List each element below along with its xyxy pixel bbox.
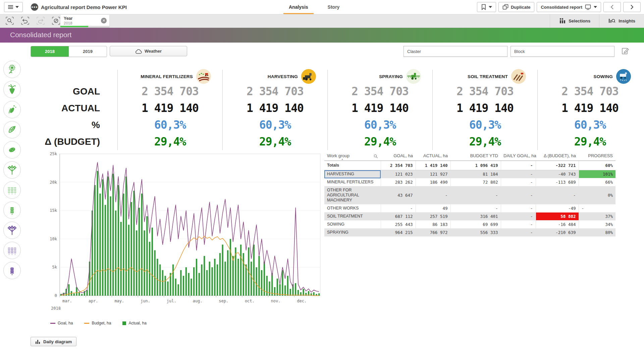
cell-work-group[interactable]: OTHER FOR AGRICULTURAL MACHINERY (324, 186, 381, 204)
tab-story[interactable]: Story (322, 0, 345, 14)
cell-budget-ytd: - (450, 186, 501, 204)
search-icon[interactable] (373, 154, 378, 159)
cell-daily-goal: - (501, 229, 536, 237)
next-sheet-button[interactable] (623, 2, 641, 12)
kpi-card-harvesting: HARVESTING 2 354 703 1 419 140 60,3% 29,… (222, 70, 327, 150)
weather-button[interactable]: Weather (110, 46, 187, 56)
clear-selections-icon[interactable] (52, 16, 60, 25)
crop-filter-rapeseed-purple[interactable] (3, 222, 21, 239)
kpi-delta-value: 29,4% (118, 133, 222, 150)
table-row-spraying[interactable]: SPRAYING964 215766 972556 333--210 63980… (324, 229, 615, 237)
edit-selection-icon[interactable] (622, 47, 629, 55)
cell-work-group[interactable]: Totals (324, 161, 381, 170)
table-row-mineral-fertilizers[interactable]: MINERAL FERTILIZERS283 262186 49072 802-… (324, 178, 615, 186)
crop-filter-sunflower[interactable] (3, 61, 21, 78)
cell-budget-ytd: 316 401 (450, 213, 501, 221)
crop-filter-beet[interactable] (3, 81, 21, 98)
crop-filter-wheat[interactable] (3, 201, 21, 219)
column-header-daily-goal-ha[interactable]: DAILY GOAL, ha (501, 152, 536, 161)
legend-item-actual-ha[interactable]: Actual, ha (122, 321, 146, 325)
cell-actual: 121 927 (416, 170, 450, 178)
year-option-2019[interactable]: 2019 (69, 46, 107, 57)
top-bar: ●●● Agricultural report Demo Power KPI A… (0, 0, 644, 14)
crop-filter-wheat-group[interactable] (3, 181, 21, 199)
crop-filter-potato[interactable] (3, 141, 21, 159)
global-menu-button[interactable] (4, 2, 23, 12)
undo-selection-icon[interactable] (21, 16, 30, 25)
table-row-other-works[interactable]: OTHER WORKS-49---49- (324, 204, 615, 213)
kpi-title: MINERAL FERTILIZERS (141, 74, 193, 79)
column-header--budget-ha[interactable]: Δ (BUDGET), ha (536, 152, 579, 161)
table-totals-row: Totals2 354 7031 419 1401 096 419--322 7… (324, 161, 615, 170)
kpi-card-soil-treatment: SOIL TREATMENT 2 354 703 1 419 140 60,3%… (432, 70, 537, 150)
remove-filter-icon[interactable]: ✕ (101, 18, 107, 23)
table-row-harvesting[interactable]: HARVESTING121 023121 92781 184--40 74310… (324, 170, 615, 178)
crop-filter-corn[interactable] (3, 101, 21, 118)
table-row-soil-treatment[interactable]: SOIL TREATMENT687 112257 519316 401-58 8… (324, 213, 615, 221)
rapeseed-icon (5, 163, 19, 177)
column-header-actual-ha[interactable]: ACTUAL, ha (416, 152, 450, 161)
cell-actual: 49 (416, 204, 450, 213)
previous-sheet-button[interactable] (603, 2, 621, 12)
daily-diagram-label: Daily diagram (43, 339, 72, 344)
table-header-row: Work group▲GOAL, haACTUAL, haBUDGET YTDD… (324, 152, 615, 161)
legend-item-budget-ha[interactable]: Budget, ha (84, 321, 111, 325)
crop-filter-peas[interactable] (3, 121, 21, 138)
legend-item-goal-ha[interactable]: Goal, ha (50, 321, 73, 325)
table-row-sowing[interactable]: SOWING255 44386 18369 699--16 48434% (324, 221, 615, 229)
table-row-other-for-agricultural-machinery[interactable]: OTHER FOR AGRICULTURAL MACHINERY43 647--… (324, 186, 615, 204)
svg-text:5k: 5k (52, 265, 57, 269)
smart-search-icon[interactable] (5, 16, 14, 25)
beet-icon (5, 83, 19, 96)
svg-text:nov.: nov. (271, 299, 281, 303)
chevron-down-icon (15, 6, 19, 8)
cell-progress: 37% (579, 213, 615, 221)
daily-diagram-button[interactable]: Daily diagram (31, 337, 76, 346)
kpi-row-label-goal: GOAL (20, 83, 117, 100)
cell-delta-budget: -16 484 (536, 221, 579, 229)
kpi-actual-value: 1 419 140 (433, 100, 537, 117)
bar-chart-icon (35, 339, 41, 344)
cell-daily-goal: - (501, 161, 536, 170)
cell-work-group[interactable]: HARVESTING (324, 170, 381, 178)
block-filter-input[interactable]: Block (511, 46, 614, 57)
claster-filter-input[interactable]: Claster (404, 46, 507, 57)
kpi-title: HARVESTING (268, 74, 298, 79)
cell-budget-ytd: 1 096 419 (450, 161, 501, 170)
insights-button[interactable]: Insights (599, 14, 644, 27)
cell-delta-budget: 58 882 (536, 213, 579, 221)
crop-filter-wheat-group-purple[interactable] (3, 242, 21, 259)
kpi-row-label--budget-: Δ (BUDGET) (20, 133, 117, 150)
column-header-budget-ytd[interactable]: BUDGET YTD (450, 152, 501, 161)
cell-goal: 43 647 (381, 186, 416, 204)
combo-chart[interactable]: 05k10k15k20k25kmar.apr.may.jun.jul.aug.s… (34, 151, 324, 320)
bookmarks-button[interactable] (477, 2, 496, 12)
hamburger-icon (8, 5, 13, 9)
tab-analysis[interactable]: Analysis (283, 0, 314, 14)
column-header-work-group[interactable]: Work group▲ (324, 152, 381, 161)
cell-work-group[interactable]: SOIL TREATMENT (324, 213, 381, 221)
selections-tool-icon (559, 17, 566, 24)
wheat-group-purple-icon (5, 244, 19, 257)
work-group-table: Work group▲GOAL, haACTUAL, haBUDGET YTDD… (324, 152, 615, 237)
filter-chip-year[interactable]: Year 2018 ✕ (60, 15, 109, 27)
cell-work-group[interactable]: SOWING (324, 221, 381, 229)
cell-progress: 60% (579, 161, 615, 170)
redo-selection-icon[interactable] (36, 16, 45, 25)
legend-swatch (122, 321, 126, 325)
sheet-selector-button[interactable]: Consolidated report (537, 2, 601, 12)
year-option-2018[interactable]: 2018 (31, 46, 69, 57)
column-header-progress[interactable]: PROGRESS (579, 152, 615, 161)
legend-label: Goal, ha (58, 321, 73, 325)
crop-filter-wheat-purple[interactable] (3, 262, 21, 279)
column-header-goal-ha[interactable]: GOAL, ha (381, 152, 416, 161)
cell-daily-goal: - (501, 170, 536, 178)
cell-work-group[interactable]: SPRAYING (324, 229, 381, 237)
svg-text:mar.: mar. (62, 299, 72, 303)
cell-work-group[interactable]: MINERAL FERTILIZERS (324, 178, 381, 186)
crop-filter-rapeseed[interactable] (3, 161, 21, 179)
selections-tool-button[interactable]: Selections (550, 14, 599, 27)
cell-work-group[interactable]: OTHER WORKS (324, 204, 381, 213)
cell-goal: 255 443 (381, 221, 416, 229)
duplicate-button[interactable]: Duplicate (498, 2, 535, 12)
